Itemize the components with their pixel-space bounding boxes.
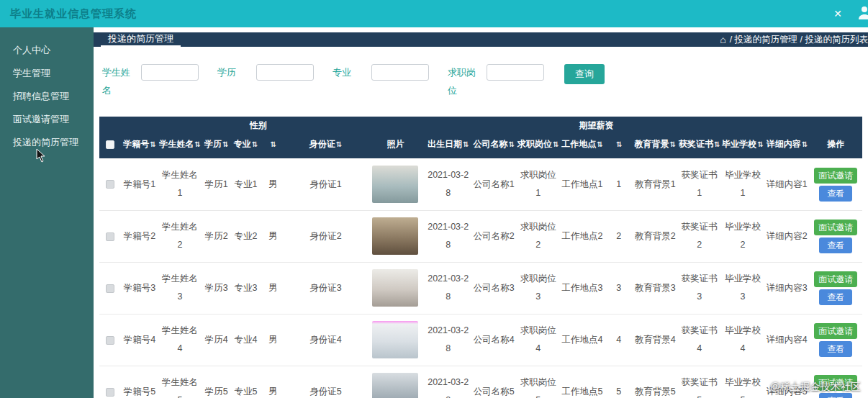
- student-photo: [372, 217, 418, 255]
- row-checkbox[interactable]: [106, 232, 114, 241]
- cell-gender: 男: [261, 262, 285, 314]
- select-all-header[interactable]: [99, 134, 121, 158]
- col-company[interactable]: 公司名称⇅: [471, 134, 516, 158]
- topbar: 毕业生就业信息管理系统 ✕: [0, 0, 868, 27]
- invite-button[interactable]: 面试邀请: [814, 375, 857, 391]
- invite-button[interactable]: 面试邀请: [814, 271, 857, 287]
- cell-actions: 面试邀请 查看: [810, 158, 862, 210]
- cell-photo: [366, 314, 425, 366]
- cell-major: 专业2: [231, 210, 261, 262]
- cell-actions: 面试邀请 查看: [810, 210, 862, 262]
- row-select-cell: [99, 366, 121, 398]
- view-button[interactable]: 查看: [819, 186, 852, 202]
- cell-major: 专业1: [231, 158, 261, 210]
- sidebar-item-interview-invite[interactable]: 面试邀请管理: [0, 108, 94, 131]
- sort-icon: ⇅: [271, 140, 276, 148]
- cell-gender: 男: [261, 366, 285, 398]
- sidebar-item-recruitment-info[interactable]: 招聘信息管理: [0, 85, 94, 108]
- cell-company: 公司名称4: [471, 314, 516, 366]
- sort-icon: ⇅: [802, 140, 808, 148]
- cell-actions: 面试邀请 查看: [810, 366, 862, 398]
- row-checkbox[interactable]: [106, 336, 114, 345]
- select-all-checkbox[interactable]: [106, 140, 114, 149]
- education-label: 学历: [217, 64, 250, 82]
- col-detail[interactable]: 详细内容⇅: [764, 134, 809, 158]
- row-select-cell: [99, 262, 121, 314]
- col-student-no[interactable]: 学籍号⇅: [121, 134, 158, 158]
- cell-award: 获奖证书2: [677, 210, 720, 262]
- sidebar-item-student-management[interactable]: 学生管理: [0, 62, 94, 85]
- row-checkbox[interactable]: [106, 388, 114, 397]
- row-checkbox[interactable]: [106, 284, 114, 293]
- education-input[interactable]: [256, 64, 314, 81]
- student-name-input[interactable]: [141, 64, 199, 81]
- view-button[interactable]: 查看: [819, 289, 852, 305]
- table-header: 性别 期望薪资 学籍号⇅ 学生姓名⇅ 学历⇅ 专业⇅ ⇅ 身份证⇅ 照片: [99, 117, 862, 158]
- cell-location: 工作地点1: [560, 158, 605, 210]
- cell-detail: 详细内容2: [764, 210, 809, 262]
- view-button[interactable]: 查看: [819, 393, 852, 398]
- col-edu-bg[interactable]: 教育背景⇅: [633, 134, 677, 158]
- sidebar-item-personal-center[interactable]: 个人中心: [0, 39, 94, 62]
- col-group-salary: 期望薪资: [560, 117, 633, 134]
- col-location[interactable]: 工作地点⇅: [560, 134, 605, 158]
- cell-location: 工作地点3: [560, 262, 605, 314]
- user-icon[interactable]: [856, 5, 868, 22]
- sort-icon: ⇅: [463, 140, 469, 148]
- col-award[interactable]: 获奖证书⇅: [677, 134, 720, 158]
- cell-birth-date: 2021-03-28: [425, 158, 471, 210]
- cell-salary: 1: [605, 158, 633, 210]
- student-photo: [372, 166, 418, 203]
- sort-icon: ⇅: [757, 140, 763, 148]
- cell-job: 求职岗位3: [516, 262, 559, 314]
- cell-photo: [366, 210, 425, 262]
- sort-icon: ⇅: [222, 140, 228, 148]
- cell-student-name: 学生姓名4: [158, 314, 202, 366]
- row-checkbox[interactable]: [106, 180, 114, 189]
- col-id-card[interactable]: 身份证⇅: [285, 134, 366, 158]
- tabbar: 投递的简历管理 ⌂ / 投递的简历管理 / 投递的简历列表: [94, 32, 868, 47]
- col-student-name[interactable]: 学生姓名⇅: [158, 134, 202, 158]
- cell-major: 专业5: [231, 366, 261, 398]
- col-school[interactable]: 毕业学校⇅: [721, 134, 764, 158]
- close-icon[interactable]: ✕: [833, 8, 842, 19]
- cell-major: 专业4: [231, 314, 261, 366]
- main-layout: 个人中心 学生管理 招聘信息管理 面试邀请管理 投递的简历管理 投递的简历管理 …: [0, 27, 868, 398]
- cell-student-no: 学籍号5: [121, 366, 158, 398]
- cell-id-card: 身份证4: [285, 314, 366, 366]
- cell-photo: [366, 158, 425, 210]
- view-button[interactable]: 查看: [819, 238, 852, 253]
- col-major[interactable]: 专业⇅: [231, 134, 261, 158]
- col-job[interactable]: 求职岗位⇅: [516, 134, 559, 158]
- cell-company: 公司名称2: [471, 210, 516, 262]
- job-label: 求职岗位: [448, 64, 481, 99]
- breadcrumb-text: / 投递的简历管理 / 投递的简历列表: [730, 34, 868, 46]
- col-salary-sort[interactable]: ⇅: [605, 134, 633, 158]
- sidebar-item-submitted-resumes[interactable]: 投递的简历管理: [0, 131, 94, 154]
- job-input[interactable]: [487, 64, 544, 81]
- table-row: 学籍号5 学生姓名5 学历5 专业5 男 身份证5 2021-03-28 公司名…: [99, 366, 862, 398]
- row-select-cell: [99, 314, 121, 366]
- search-button[interactable]: 查询: [564, 64, 605, 84]
- cell-birth-date: 2021-03-28: [425, 366, 471, 398]
- invite-button[interactable]: 面试邀请: [814, 168, 857, 184]
- col-birth-date[interactable]: 出生日期⇅: [425, 134, 471, 158]
- student-photo: [372, 373, 418, 398]
- major-input[interactable]: [371, 64, 429, 81]
- student-photo: [372, 269, 418, 307]
- invite-button[interactable]: 面试邀请: [814, 323, 857, 339]
- table-row: 学籍号1 学生姓名1 学历1 专业1 男 身份证1 2021-03-28 公司名…: [99, 158, 862, 210]
- cell-location: 工作地点5: [560, 366, 605, 398]
- cell-school: 毕业学校4: [721, 314, 764, 366]
- cell-education: 学历1: [202, 158, 231, 210]
- cell-school: 毕业学校3: [721, 262, 764, 314]
- tab-submitted-resumes[interactable]: 投递的简历管理: [101, 32, 181, 47]
- invite-button[interactable]: 面试邀请: [814, 220, 857, 235]
- col-gender-sort[interactable]: ⇅: [261, 134, 285, 158]
- student-name-label: 学生姓名: [102, 64, 135, 99]
- row-select-cell: [99, 158, 121, 210]
- view-button[interactable]: 查看: [819, 341, 852, 357]
- cell-birth-date: 2021-03-28: [425, 262, 471, 314]
- cell-job: 求职岗位2: [516, 210, 559, 262]
- col-education[interactable]: 学历⇅: [202, 134, 231, 158]
